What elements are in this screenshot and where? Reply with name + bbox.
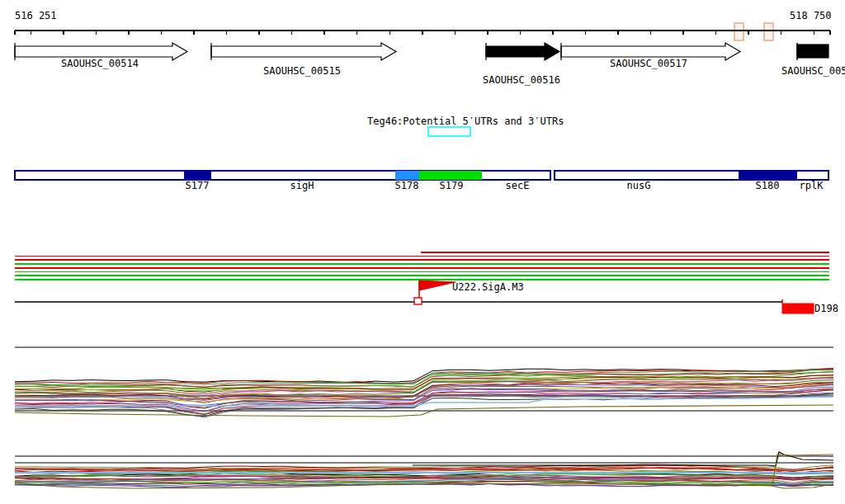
- expression-panels: [15, 347, 833, 488]
- segment-label: nusG: [627, 181, 651, 191]
- segment-label: sigH: [290, 181, 314, 191]
- transcript-lines: [15, 252, 829, 280]
- segment-label: S177: [186, 181, 210, 191]
- segment-s177[interactable]: [184, 171, 211, 180]
- expression-special-line: [413, 452, 833, 466]
- ruler: [15, 23, 830, 40]
- ruler-end-coordinate: 518 750: [790, 11, 832, 21]
- segment-label: secE: [506, 181, 530, 191]
- tss-flag[interactable]: [414, 280, 456, 304]
- segment-s180[interactable]: [739, 171, 797, 180]
- flag-label: U222.SigA.M3: [452, 282, 524, 292]
- gene-label: SAOUHSC_00516: [483, 75, 560, 85]
- gene-label: SAOUHSC_00517: [610, 59, 687, 68]
- gene-label: SAOUHSC_00515: [263, 66, 341, 76]
- ruler-highlight-mark: [764, 23, 773, 40]
- segment-label: S178: [395, 181, 419, 191]
- genome-browser-canvas: [0, 0, 845, 504]
- utr-track-title: Teg46:Potential 5′UTRs and 3′UTRs: [367, 116, 564, 126]
- utr-highlight-box[interactable]: [428, 127, 470, 136]
- gene-box[interactable]: [797, 45, 828, 58]
- gene-label: SAOUHSC_00514: [61, 59, 139, 68]
- ruler-highlight-mark: [734, 23, 744, 40]
- operon-track: [15, 171, 828, 180]
- segment-label: S180: [756, 181, 780, 191]
- utr-box-label: D198: [814, 304, 838, 313]
- segment-label: rplK: [800, 181, 824, 191]
- flag-base-square: [414, 298, 422, 304]
- segment-s178[interactable]: [395, 171, 419, 180]
- ruler-start-coordinate: 516 251: [15, 11, 57, 21]
- utr-feature-box[interactable]: [782, 304, 814, 313]
- segment-label: S179: [440, 181, 464, 191]
- gene-arrow[interactable]: [211, 43, 396, 60]
- gene-label: SAOUHSC_00518: [781, 66, 845, 76]
- gene-arrow[interactable]: [486, 43, 559, 60]
- flag-triangle: [419, 280, 456, 290]
- segment-s179[interactable]: [419, 171, 482, 180]
- genome-browser-window: 516 251 518 750 Teg46:Potential 5′UTRs a…: [0, 0, 845, 504]
